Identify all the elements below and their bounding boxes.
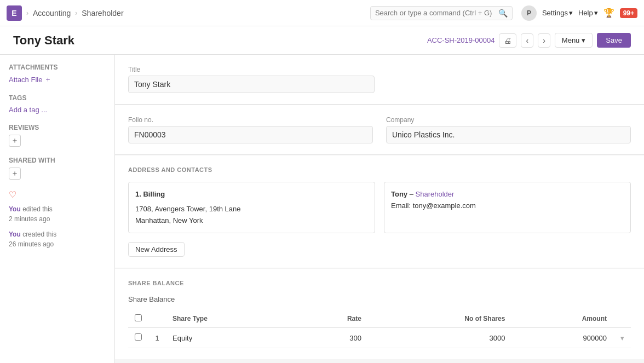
contact-role: Shareholder	[416, 190, 455, 198]
folio-company-row: Folio no. Company	[128, 116, 631, 143]
table-row: 1 Equity 300 3000 900000 ▾	[128, 328, 631, 348]
folio-label: Folio no.	[128, 116, 373, 124]
table-header: Share Type Rate No of Shares Amount	[128, 310, 631, 328]
billing-address-card: 1. Billing 1708, Avengers Tower, 19th La…	[128, 182, 375, 233]
menu-button[interactable]: Menu ▾	[555, 33, 593, 48]
print-button[interactable]: 🖨	[499, 33, 516, 48]
save-button[interactable]: Save	[597, 33, 631, 48]
title-input[interactable]	[128, 76, 375, 93]
folio-input[interactable]	[128, 126, 373, 143]
col-amount: Amount	[511, 310, 613, 328]
sidebar-tags: Tags Add a tag ...	[9, 94, 106, 114]
row-share-type: Equity	[166, 328, 295, 348]
main-content: Title Folio no. Company ADDRESS AND CONT…	[115, 55, 644, 363]
settings-button[interactable]: Settings ▾	[542, 9, 573, 17]
row-checkbox[interactable]	[135, 333, 142, 341]
nav-right-actions: P Settings ▾ Help ▾ 🏆 99+	[521, 5, 637, 21]
attachments-title: Attachments	[9, 64, 106, 71]
sidebar-reviews: Reviews ＋	[9, 124, 106, 147]
col-checkbox	[128, 310, 148, 328]
add-review-button[interactable]: ＋	[9, 135, 21, 147]
reviews-add: ＋	[9, 135, 106, 147]
company-col: Company	[386, 116, 631, 143]
breadcrumb-shareholder[interactable]: Shareholder	[82, 9, 123, 18]
col-rate: Rate	[295, 310, 368, 328]
col-num	[148, 310, 166, 328]
breadcrumb-accounting[interactable]: Accounting	[33, 9, 71, 18]
sidebar-attachments: Attachments Attach File ＋	[9, 64, 106, 84]
trophy-icon: 🏆	[603, 8, 614, 18]
folio-company-section: Folio no. Company	[115, 105, 644, 155]
table-body: 1 Equity 300 3000 900000 ▾	[128, 328, 631, 348]
row-amount: 900000	[511, 328, 613, 348]
row-num: 1	[148, 328, 166, 348]
share-balance-section: SHARE BALANCE Share Balance Share Type R…	[115, 269, 644, 359]
record-id: ACC-SH-2019-00004	[427, 36, 495, 44]
address-section-title: ADDRESS AND CONTACTS	[128, 166, 631, 173]
address-line-1: 1708, Avengers Tower, 19th Lane	[135, 204, 368, 215]
main-layout: Attachments Attach File ＋ Tags Add a tag…	[0, 55, 644, 363]
folio-col: Folio no.	[128, 116, 373, 143]
shared-with-title: Shared With	[9, 157, 106, 164]
contact-name: Tony	[391, 190, 407, 198]
page-title: Tony Stark	[13, 33, 74, 48]
title-label: Title	[128, 66, 631, 73]
sidebar-shared-with: Shared With ＋	[9, 157, 106, 180]
contact-email: Email: tony@example.com	[391, 200, 624, 212]
company-label: Company	[386, 116, 631, 124]
page-actions: ACC-SH-2019-00004 🖨 ‹ › Menu ▾ Save	[427, 33, 631, 48]
sidebar-activity: ♡ You edited this 2 minutes ago You crea…	[9, 189, 106, 249]
row-rate: 300	[295, 328, 368, 348]
app-logo: E	[7, 5, 22, 21]
add-tag-button[interactable]: Add a tag ...	[9, 106, 47, 114]
row-dropdown-cell: ▾	[613, 328, 631, 348]
sidebar: Attachments Attach File ＋ Tags Add a tag…	[0, 55, 115, 363]
address-label: 1. Billing	[135, 189, 368, 200]
select-all-checkbox[interactable]	[135, 314, 142, 321]
search-input[interactable]	[375, 9, 495, 17]
address-contacts-section: ADDRESS AND CONTACTS 1. Billing 1708, Av…	[115, 155, 644, 268]
help-button[interactable]: Help ▾	[578, 9, 598, 17]
avatar: P	[521, 5, 537, 21]
prev-record-button[interactable]: ‹	[521, 33, 533, 48]
col-actions	[613, 310, 631, 328]
shared-add: ＋	[9, 168, 106, 180]
page-header: Tony Stark ACC-SH-2019-00004 🖨 ‹ › Menu …	[0, 26, 644, 55]
new-address-button[interactable]: New Address	[128, 242, 185, 257]
row-dropdown-button[interactable]: ▾	[620, 334, 624, 342]
col-no-shares: No of Shares	[368, 310, 511, 328]
notification-badge[interactable]: 99+	[620, 8, 637, 18]
share-balance-section-title: SHARE BALANCE	[128, 280, 631, 286]
address-line-2: Manhattan, New York	[135, 215, 368, 227]
title-section: Title	[115, 55, 644, 105]
col-share-type: Share Type	[166, 310, 295, 328]
tags-title: Tags	[9, 94, 106, 102]
contact-separator: –	[410, 190, 416, 198]
global-search[interactable]: 🔍	[370, 6, 513, 20]
like-button[interactable]: ♡	[9, 189, 106, 200]
search-icon: 🔍	[498, 9, 508, 18]
add-shared-button[interactable]: ＋	[9, 168, 21, 180]
contact-card: Tony – Shareholder Email: tony@example.c…	[384, 182, 631, 233]
row-checkbox-cell	[128, 328, 148, 348]
breadcrumb-chevron-2: ›	[75, 9, 77, 17]
reviews-title: Reviews	[9, 124, 106, 131]
activity-item-1: You edited this 2 minutes ago	[9, 204, 106, 224]
activity-item-2: You created this 26 minutes ago	[9, 229, 106, 249]
breadcrumb-chevron-1: ›	[26, 9, 28, 17]
share-balance-label: Share Balance	[128, 295, 631, 303]
row-no-shares: 3000	[368, 328, 511, 348]
top-nav: E › Accounting › Shareholder 🔍 P Setting…	[0, 0, 644, 26]
contact-name-row: Tony – Shareholder	[391, 189, 624, 200]
address-contacts-row: 1. Billing 1708, Avengers Tower, 19th La…	[128, 182, 631, 233]
share-balance-table: Share Type Rate No of Shares Amount 1 Eq…	[128, 310, 631, 348]
attach-file-button[interactable]: Attach File ＋	[9, 74, 106, 84]
next-record-button[interactable]: ›	[538, 33, 550, 48]
company-input[interactable]	[386, 126, 631, 143]
